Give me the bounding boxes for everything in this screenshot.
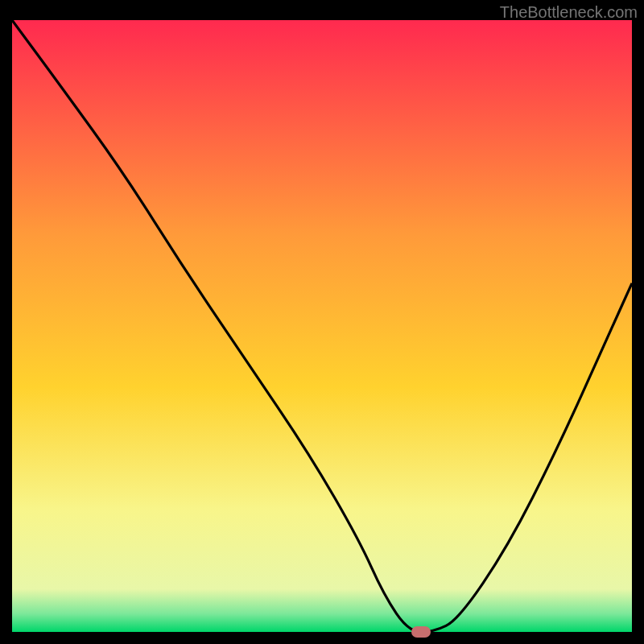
optimal-point-marker bbox=[411, 626, 431, 638]
watermark-text: TheBottleneck.com bbox=[500, 3, 638, 22]
bottleneck-curve bbox=[12, 20, 632, 632]
chart-area bbox=[12, 20, 632, 632]
